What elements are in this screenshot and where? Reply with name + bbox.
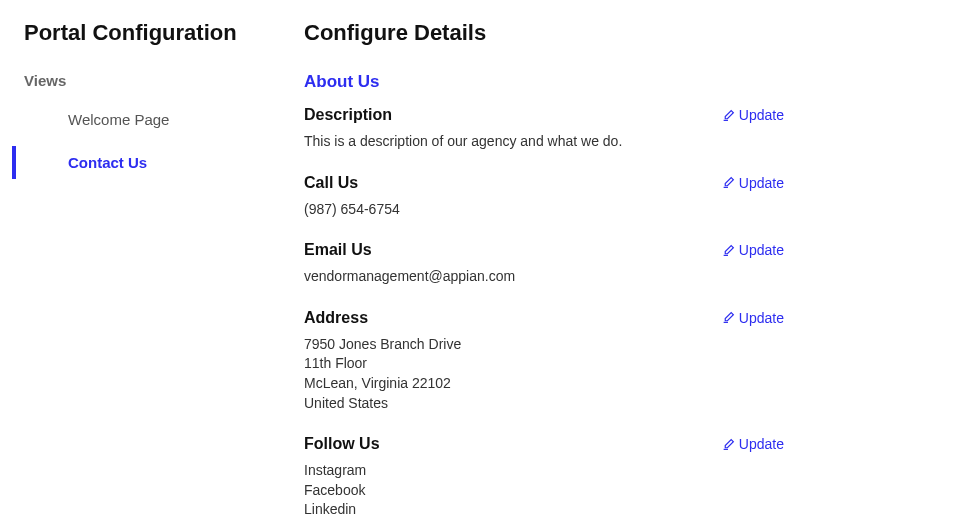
edit-icon	[722, 109, 735, 122]
email-us-value: vendormanagement@appian.com	[304, 267, 784, 287]
main-content: Configure Details About Us Description U…	[304, 20, 784, 519]
edit-icon	[722, 244, 735, 257]
sidebar-title: Portal Configuration	[24, 20, 264, 46]
edit-icon	[722, 311, 735, 324]
description-label: Description	[304, 106, 392, 124]
address-label: Address	[304, 309, 368, 327]
update-label: Update	[739, 242, 784, 258]
address-line: 11th Floor	[304, 354, 784, 374]
social-line: Instagram	[304, 461, 784, 481]
call-us-value: (987) 654-6754	[304, 200, 784, 220]
sidebar-item-welcome-page[interactable]: Welcome Page	[24, 103, 264, 136]
description-value: This is a description of our agency and …	[304, 132, 784, 152]
views-heading: Views	[24, 72, 264, 89]
update-label: Update	[739, 175, 784, 191]
page-title: Configure Details	[304, 20, 784, 46]
section-heading: About Us	[304, 72, 784, 92]
update-description-button[interactable]: Update	[722, 107, 784, 123]
address-line: 7950 Jones Branch Drive	[304, 335, 784, 355]
update-email-us-button[interactable]: Update	[722, 242, 784, 258]
edit-icon	[722, 176, 735, 189]
address-line: McLean, Virginia 22102	[304, 374, 784, 394]
sidebar-item-label: Contact Us	[68, 154, 147, 171]
sidebar-item-label: Welcome Page	[68, 111, 169, 128]
follow-us-value: Instagram Facebook Linkedin	[304, 461, 784, 519]
update-label: Update	[739, 310, 784, 326]
edit-icon	[722, 438, 735, 451]
block-address: Address Update 7950 Jones Branch Drive 1…	[304, 309, 784, 413]
address-line: United States	[304, 394, 784, 414]
sidebar: Portal Configuration Views Welcome Page …	[24, 20, 264, 519]
follow-us-label: Follow Us	[304, 435, 380, 453]
block-email-us: Email Us Update vendormanagement@appian.…	[304, 241, 784, 287]
sidebar-item-contact-us[interactable]: Contact Us	[12, 146, 264, 179]
social-line: Facebook	[304, 481, 784, 501]
update-follow-us-button[interactable]: Update	[722, 436, 784, 452]
update-label: Update	[739, 436, 784, 452]
block-description: Description Update This is a description…	[304, 106, 784, 152]
call-us-label: Call Us	[304, 174, 358, 192]
update-address-button[interactable]: Update	[722, 310, 784, 326]
update-label: Update	[739, 107, 784, 123]
email-us-label: Email Us	[304, 241, 372, 259]
address-value: 7950 Jones Branch Drive 11th Floor McLea…	[304, 335, 784, 413]
block-follow-us: Follow Us Update Instagram Facebook Link…	[304, 435, 784, 519]
block-call-us: Call Us Update (987) 654-6754	[304, 174, 784, 220]
update-call-us-button[interactable]: Update	[722, 175, 784, 191]
social-line: Linkedin	[304, 500, 784, 519]
